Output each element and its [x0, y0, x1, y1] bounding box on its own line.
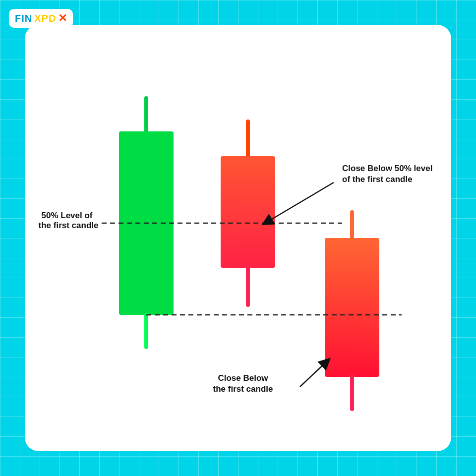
- logo-x-icon: ✕: [58, 12, 67, 25]
- label-50-level-line2: the first candle: [39, 221, 99, 230]
- logo-xpd: XPD: [34, 13, 56, 24]
- label-close-below-50-line1: Close Below 50% level: [342, 164, 432, 173]
- chart-svg: 50% Level of the first candle Close Belo…: [25, 25, 451, 451]
- label-50-level-line1: 50% Level of: [42, 211, 93, 220]
- label-close-below-first-line1: Close Below: [218, 373, 268, 383]
- main-card: 50% Level of the first candle Close Belo…: [25, 25, 451, 451]
- logo-fin: FIN: [15, 13, 32, 24]
- label-close-below-first-line2: the first candle: [213, 384, 273, 394]
- logo: FINXPD ✕: [9, 9, 73, 28]
- svg-line-12: [300, 362, 326, 387]
- label-close-below-50-line2: of the first candle: [342, 175, 413, 184]
- svg-line-11: [267, 182, 334, 222]
- svg-rect-4: [221, 156, 275, 268]
- svg-rect-7: [325, 238, 379, 377]
